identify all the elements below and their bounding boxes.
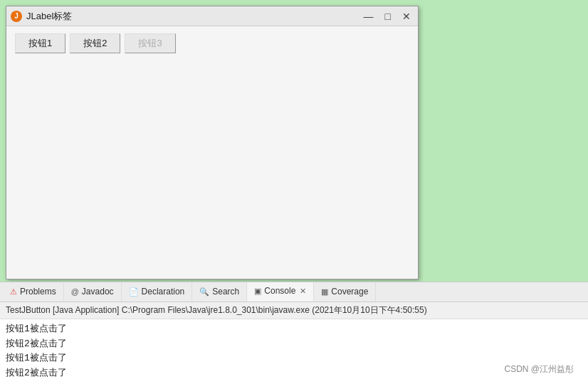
search-icon: 🔍 [199, 287, 209, 297]
tab-coverage[interactable]: ▦ Coverage [314, 282, 376, 302]
window-body: 按钮1 按钮2 按钮3 [6, 26, 418, 279]
console-line-1: 按钮1被点击了 [6, 322, 582, 337]
maximize-button[interactable]: □ [382, 11, 394, 21]
tab-problems[interactable]: ⚠ Problems [3, 282, 64, 302]
window-titlebar: J JLabel标签 — □ ✕ [6, 6, 418, 26]
close-button[interactable]: ✕ [399, 11, 414, 21]
content-area [15, 59, 409, 265]
console-body: 按钮1被点击了 按钮2被点击了 按钮1被点击了 按钮2被点击了 [0, 319, 588, 384]
console-close-icon[interactable]: ✕ [300, 287, 306, 296]
console-line-3: 按钮1被点击了 [6, 351, 582, 366]
tab-console[interactable]: ▣ Console ✕ [247, 282, 314, 302]
btn1[interactable]: 按钮1 [15, 33, 65, 53]
console-line-2: 按钮2被点击了 [6, 337, 582, 352]
problems-icon: ⚠ [10, 287, 17, 297]
ide-bottom-panel: ⚠ Problems @ Javadoc 📄 Declaration 🔍 Sea… [0, 282, 588, 384]
console-header: TestJButton [Java Application] C:\Progra… [0, 302, 588, 319]
declaration-icon: 📄 [129, 287, 139, 297]
title-left: J JLabel标签 [11, 10, 72, 23]
btn3: 按钮3 [125, 33, 175, 53]
swing-window: J JLabel标签 — □ ✕ 按钮1 按钮2 按钮3 [6, 6, 419, 279]
minimize-button[interactable]: — [361, 11, 377, 21]
coverage-icon: ▦ [321, 287, 328, 297]
app-icon: J [11, 11, 22, 22]
window-title: JLabel标签 [26, 10, 72, 23]
watermark: CSDN @江州益彤 [504, 363, 574, 375]
tab-javadoc-label: Javadoc [82, 287, 114, 297]
ide-tab-bar: ⚠ Problems @ Javadoc 📄 Declaration 🔍 Sea… [0, 282, 588, 302]
tab-declaration-label: Declaration [142, 287, 185, 297]
tab-javadoc[interactable]: @ Javadoc [64, 282, 122, 302]
tab-console-label: Console [264, 286, 295, 296]
tab-coverage-label: Coverage [331, 287, 368, 297]
button-toolbar: 按钮1 按钮2 按钮3 [15, 33, 409, 53]
javadoc-icon: @ [71, 287, 79, 296]
tab-search[interactable]: 🔍 Search [192, 282, 247, 302]
tab-declaration[interactable]: 📄 Declaration [122, 282, 193, 302]
console-line-4: 按钮2被点击了 [6, 366, 582, 381]
tab-problems-label: Problems [20, 287, 56, 297]
window-controls: — □ ✕ [361, 11, 414, 21]
console-icon: ▣ [254, 287, 261, 296]
btn2[interactable]: 按钮2 [70, 33, 120, 53]
tab-search-label: Search [212, 287, 239, 297]
